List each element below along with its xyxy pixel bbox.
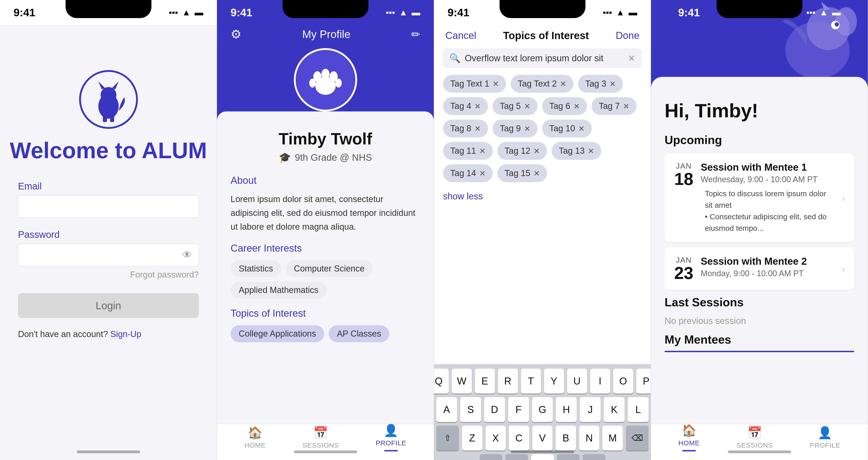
tag-remove-0[interactable]: ✕ — [493, 79, 499, 88]
key-h[interactable]: H — [556, 397, 577, 422]
key-f[interactable]: F — [508, 397, 529, 422]
key-emoji[interactable]: ☺ — [505, 454, 528, 460]
key-mic[interactable]: 🎤 — [557, 454, 580, 460]
key-u[interactable]: U — [567, 369, 587, 394]
tag-remove-13[interactable]: ✕ — [479, 169, 486, 178]
career-tag-cs[interactable]: Computer Science — [286, 260, 373, 277]
cancel-button[interactable]: Cancel — [445, 30, 476, 41]
key-i[interactable]: I — [590, 369, 610, 394]
tag-10[interactable]: Tag 11 ✕ — [443, 142, 493, 160]
key-j[interactable]: J — [580, 397, 600, 422]
nav-sessions-2[interactable]: 📅 SESSIONS — [303, 426, 339, 449]
wifi-icon: ▲ — [182, 8, 191, 18]
nav-sessions-4[interactable]: 📅 SESSIONS — [737, 426, 773, 449]
key-backspace[interactable]: ⌫ — [626, 426, 649, 451]
key-w[interactable]: W — [452, 369, 472, 394]
nav-profile-4[interactable]: 👤 PROFILE — [810, 426, 840, 449]
tag-14[interactable]: Tag 15 ✕ — [497, 164, 547, 182]
career-tag-statistics[interactable]: Statistics — [230, 260, 281, 277]
tag-9[interactable]: Tag 10 ✕ — [542, 120, 592, 137]
tag-remove-8[interactable]: ✕ — [524, 124, 530, 133]
key-x[interactable]: X — [486, 426, 506, 451]
email-input[interactable] — [18, 195, 199, 218]
key-r[interactable]: R — [498, 369, 518, 394]
career-tags: Statistics Computer Science Applied Math… — [230, 260, 420, 299]
topic-tag-ap[interactable]: AP Classes — [329, 325, 389, 342]
key-space[interactable]: space — [531, 454, 554, 460]
tag-remove-2[interactable]: ✕ — [610, 79, 616, 88]
tag-remove-10[interactable]: ✕ — [479, 147, 486, 155]
key-a[interactable]: A — [436, 397, 457, 422]
tag-3[interactable]: Tag 4 ✕ — [443, 97, 488, 115]
done-button[interactable]: Done — [616, 30, 640, 41]
show-less-button[interactable]: show less — [443, 189, 483, 206]
kb-row-4: 123 ☺ space 🎤 return — [436, 454, 649, 460]
key-m[interactable]: M — [602, 426, 623, 451]
career-tag-math[interactable]: Applied Mathematics — [230, 282, 327, 299]
last-sessions-label: Last Sessions — [664, 296, 854, 309]
login-button[interactable]: Login — [18, 293, 199, 318]
tag-5[interactable]: Tag 6 ✕ — [542, 97, 587, 115]
key-shift[interactable]: ⇧ — [436, 426, 459, 451]
key-t[interactable]: T — [521, 369, 541, 394]
tag-6[interactable]: Tag 7 ✕ — [592, 97, 637, 115]
tag-remove-14[interactable]: ✕ — [533, 169, 540, 178]
tag-remove-7[interactable]: ✕ — [474, 124, 481, 133]
tag-4[interactable]: Tag 5 ✕ — [493, 97, 537, 115]
tag-11[interactable]: Tag 12 ✕ — [497, 142, 547, 160]
key-k[interactable]: K — [604, 397, 625, 422]
tag-remove-4[interactable]: ✕ — [524, 102, 530, 111]
tag-remove-9[interactable]: ✕ — [578, 124, 585, 133]
nav-home-4[interactable]: 🏠 HOME — [678, 424, 700, 452]
forgot-password[interactable]: Forgot password? — [18, 270, 199, 280]
key-p[interactable]: P — [636, 369, 651, 394]
key-s[interactable]: S — [460, 397, 481, 422]
topic-tag-college[interactable]: College Applications — [230, 325, 324, 342]
home-indicator-2 — [294, 451, 357, 453]
session-day-2: 23 — [674, 265, 693, 282]
password-label: Password — [18, 229, 199, 240]
chevron-icon-1: › — [842, 192, 845, 204]
tag-remove-1[interactable]: ✕ — [560, 79, 566, 88]
tag-13[interactable]: Tag 14 ✕ — [443, 164, 493, 182]
tag-8[interactable]: Tag 9 ✕ — [493, 120, 537, 137]
tag-7[interactable]: Tag 8 ✕ — [443, 120, 488, 137]
key-e[interactable]: E — [475, 369, 495, 394]
signup-link[interactable]: Sign-Up — [110, 329, 141, 339]
key-c[interactable]: C — [509, 426, 529, 451]
edit-icon[interactable]: ✏ — [411, 28, 420, 41]
tag-remove-5[interactable]: ✕ — [574, 102, 580, 111]
key-z[interactable]: Z — [462, 426, 483, 451]
login-screen: Welcome to ALUM Email Password 👁 Forgot … — [0, 25, 217, 460]
tag-remove-12[interactable]: ✕ — [588, 147, 594, 155]
tag-remove-6[interactable]: ✕ — [623, 102, 629, 111]
key-d[interactable]: D — [484, 397, 505, 422]
key-v[interactable]: V — [532, 426, 553, 451]
key-b[interactable]: B — [556, 426, 576, 451]
key-o[interactable]: O — [613, 369, 633, 394]
key-y[interactable]: Y — [544, 369, 564, 394]
session-card-2[interactable]: JAN 23 Session with Mentee 2 Monday, 9:0… — [664, 247, 854, 290]
session-card-1[interactable]: JAN 18 Session with Mentee 1 Wednesday, … — [664, 153, 854, 242]
key-return[interactable]: return — [583, 454, 605, 460]
nav-profile-2[interactable]: 👤 PROFILE — [376, 424, 406, 452]
tag-remove-11[interactable]: ✕ — [533, 147, 540, 155]
key-n[interactable]: N — [579, 426, 599, 451]
key-123[interactable]: 123 — [480, 454, 502, 460]
key-l[interactable]: L — [628, 397, 649, 422]
clear-icon[interactable]: ✕ — [628, 53, 636, 63]
nav-home-2[interactable]: 🏠 HOME — [244, 426, 266, 449]
key-q[interactable]: Q — [434, 369, 449, 394]
tag-1[interactable]: Tag Text 2 ✕ — [510, 75, 574, 93]
gear-icon[interactable]: ⚙ — [230, 27, 241, 41]
tag-remove-3[interactable]: ✕ — [474, 102, 481, 111]
password-input[interactable] — [18, 244, 199, 266]
session-date-1: JAN 18 — [674, 162, 694, 188]
tag-12[interactable]: Tag 13 ✕ — [552, 142, 601, 160]
search-input[interactable] — [465, 53, 624, 63]
tag-2[interactable]: Tag 3 ✕ — [578, 75, 623, 93]
key-g[interactable]: G — [532, 397, 553, 422]
user-name: Timby Twolf — [230, 129, 420, 148]
eye-icon[interactable]: 👁 — [182, 249, 192, 260]
tag-0[interactable]: Tag Text 1 ✕ — [443, 75, 506, 93]
